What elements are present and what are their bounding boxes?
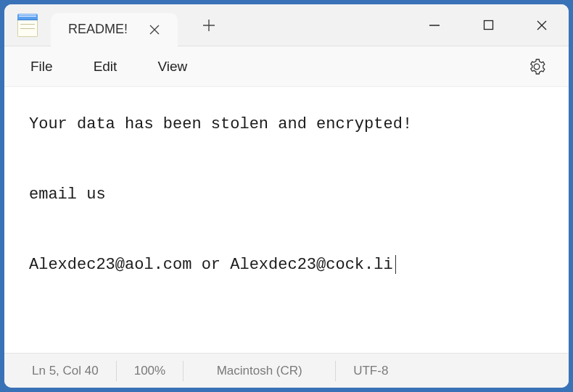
gear-icon bbox=[528, 58, 545, 75]
menubar: File Edit View bbox=[4, 46, 569, 87]
status-zoom[interactable]: 100% bbox=[117, 361, 184, 381]
menu-view[interactable]: View bbox=[137, 53, 207, 80]
tab-title: README! bbox=[68, 22, 128, 37]
text-editor-content[interactable]: Your data has been stolen and encrypted!… bbox=[4, 87, 569, 353]
window-controls bbox=[408, 4, 569, 46]
status-eol[interactable]: Macintosh (CR) bbox=[184, 361, 336, 381]
settings-button[interactable] bbox=[524, 54, 550, 80]
status-encoding[interactable]: UTF-8 bbox=[336, 361, 405, 381]
statusbar: Ln 5, Col 40 100% Macintosh (CR) UTF-8 bbox=[4, 353, 569, 388]
notepad-window: README! File Edit View bbox=[4, 4, 569, 388]
status-position[interactable]: Ln 5, Col 40 bbox=[4, 361, 117, 381]
content-line-1: Your data has been stolen and encrypted! bbox=[29, 115, 412, 133]
new-tab-button[interactable] bbox=[195, 14, 223, 36]
notepad-app-icon bbox=[17, 14, 38, 37]
maximize-button[interactable] bbox=[461, 4, 515, 46]
menu-edit[interactable]: Edit bbox=[73, 53, 138, 80]
text-cursor bbox=[395, 255, 397, 274]
tab-readme[interactable]: README! bbox=[51, 13, 178, 46]
minimize-button[interactable] bbox=[408, 4, 461, 46]
titlebar: README! bbox=[4, 4, 569, 46]
close-window-button[interactable] bbox=[515, 4, 569, 46]
content-line-3: email us bbox=[29, 185, 106, 204]
close-tab-icon[interactable] bbox=[144, 22, 165, 38]
content-line-5: Alexdec23@aol.com or Alexdec23@cock.li bbox=[29, 256, 393, 274]
svg-rect-0 bbox=[484, 21, 492, 30]
menu-file[interactable]: File bbox=[10, 53, 73, 80]
